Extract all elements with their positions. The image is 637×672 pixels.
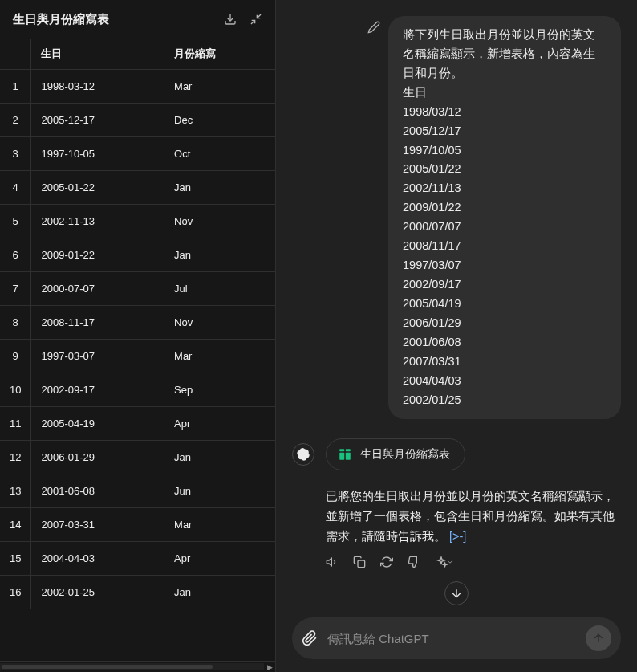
cell-month: Oct	[164, 137, 275, 171]
attach-icon[interactable]	[302, 630, 318, 646]
cell-birthday: 2005-12-17	[31, 104, 164, 137]
assistant-row: 生日與月份縮寫表 已將您的生日取出月份並以月份的英文名稱縮寫顯示，並新增了一個表…	[292, 438, 621, 573]
cell-month: Apr	[164, 542, 275, 576]
cell-birthday: 1998-03-12	[31, 70, 164, 104]
cell-birthday: 2005-04-19	[31, 407, 164, 441]
thumbs-down-icon[interactable]	[408, 556, 420, 568]
table-row[interactable]: 152004-04-03Apr	[0, 542, 275, 576]
table-row[interactable]: 132001-06-08Jun	[0, 474, 275, 508]
cell-birthday: 2004-04-03	[31, 542, 164, 576]
row-number: 4	[0, 171, 31, 205]
row-number: 5	[0, 205, 31, 238]
svg-line-1	[257, 14, 261, 18]
inline-link[interactable]: [>-]	[449, 530, 466, 543]
panel-title: 生日與月份縮寫表	[13, 12, 109, 27]
row-number: 11	[0, 407, 31, 441]
table-row[interactable]: 22005-12-17Dec	[0, 104, 275, 137]
cell-birthday: 2000-07-07	[31, 272, 164, 306]
table-row[interactable]: 72000-07-07Jul	[0, 272, 275, 306]
svg-rect-8	[358, 560, 365, 568]
col-header-month: 月份縮寫	[164, 39, 275, 70]
user-message-bubble: 將下列生日取出月份並以月份的英文名稱縮寫顯示，新增表格，內容為生日和月份。生日1…	[388, 16, 621, 419]
svg-rect-4	[346, 450, 351, 452]
scroll-down-button[interactable]	[444, 581, 469, 605]
panel-header: 生日與月份縮寫表	[0, 0, 275, 39]
row-number: 13	[0, 474, 31, 508]
row-number: 7	[0, 272, 31, 306]
svg-rect-3	[339, 450, 344, 452]
table-row[interactable]: 142007-03-31Mar	[0, 508, 275, 542]
download-icon[interactable]	[224, 13, 237, 26]
col-header-index	[0, 39, 31, 70]
table-row[interactable]: 112005-04-19Apr	[0, 407, 275, 441]
compose-bar	[292, 617, 621, 659]
svg-rect-6	[346, 453, 351, 460]
table-row[interactable]: 82008-11-17Nov	[0, 306, 275, 340]
cell-birthday: 2009-01-22	[31, 238, 164, 272]
send-button[interactable]	[586, 625, 611, 651]
table-row[interactable]: 62009-01-22Jan	[0, 238, 275, 272]
table-icon	[338, 447, 352, 462]
sparkle-icon[interactable]	[435, 556, 454, 568]
edit-icon[interactable]	[367, 21, 380, 37]
cell-birthday: 2008-11-17	[31, 306, 164, 340]
row-number: 6	[0, 238, 31, 272]
table-row[interactable]: 11998-03-12Mar	[0, 70, 275, 104]
cell-birthday: 2007-03-31	[31, 508, 164, 542]
cell-birthday: 2005-01-22	[31, 171, 164, 205]
cell-month: Jul	[164, 272, 275, 306]
table-row[interactable]: 102002-09-17Sep	[0, 373, 275, 407]
table-row[interactable]: 42005-01-22Jan	[0, 171, 275, 205]
row-number: 1	[0, 70, 31, 104]
cell-month: Jun	[164, 474, 275, 508]
table-row[interactable]: 122006-01-29Jan	[0, 441, 275, 474]
speaker-icon[interactable]	[326, 556, 339, 568]
cell-birthday: 2002-09-17	[31, 373, 164, 407]
cell-month: Jan	[164, 238, 275, 272]
row-number: 14	[0, 508, 31, 542]
table-row[interactable]: 52002-11-13Nov	[0, 205, 275, 238]
user-message-row: 將下列生日取出月份並以月份的英文名稱縮寫顯示，新增表格，內容為生日和月份。生日1…	[292, 16, 621, 419]
cell-month: Mar	[164, 70, 275, 104]
message-input[interactable]	[327, 632, 576, 646]
row-number: 3	[0, 137, 31, 171]
artifact-label: 生日與月份縮寫表	[360, 447, 450, 462]
cell-month: Nov	[164, 205, 275, 238]
svg-rect-5	[339, 453, 344, 460]
cell-month: Jan	[164, 171, 275, 205]
collapse-icon[interactable]	[250, 13, 262, 26]
table-wrapper[interactable]: 生日 月份縮寫 11998-03-12Mar22005-12-17Dec3199…	[0, 39, 275, 661]
chat-scroll[interactable]: 將下列生日取出月份並以月份的英文名稱縮寫顯示，新增表格，內容為生日和月份。生日1…	[276, 0, 637, 608]
cell-month: Sep	[164, 373, 275, 407]
cell-birthday: 2002-11-13	[31, 205, 164, 238]
horizontal-scrollbar[interactable]: ▶	[0, 661, 275, 672]
assistant-avatar-icon	[292, 443, 314, 466]
cell-birthday: 1997-10-05	[31, 137, 164, 171]
col-header-birthday: 生日	[31, 39, 164, 70]
row-number: 16	[0, 576, 31, 609]
cell-birthday: 2006-01-29	[31, 441, 164, 474]
table-row[interactable]: 91997-03-07Mar	[0, 340, 275, 373]
cell-month: Mar	[164, 340, 275, 373]
cell-birthday: 2002-01-25	[31, 576, 164, 609]
chat-panel: 將下列生日取出月份並以月份的英文名稱縮寫顯示，新增表格，內容為生日和月份。生日1…	[276, 0, 637, 672]
cell-month: Apr	[164, 407, 275, 441]
row-number: 2	[0, 104, 31, 137]
compose-area	[276, 608, 637, 672]
copy-icon[interactable]	[353, 556, 366, 568]
svg-marker-7	[327, 559, 331, 566]
artifact-chip[interactable]: 生日與月份縮寫表	[326, 438, 465, 470]
message-actions	[326, 556, 621, 568]
table-row[interactable]: 162002-01-25Jan	[0, 576, 275, 609]
table-row[interactable]: 31997-10-05Oct	[0, 137, 275, 171]
row-number: 10	[0, 373, 31, 407]
cell-birthday: 2001-06-08	[31, 474, 164, 508]
cell-month: Nov	[164, 306, 275, 340]
regenerate-icon[interactable]	[380, 556, 393, 568]
row-number: 15	[0, 542, 31, 576]
cell-birthday: 1997-03-07	[31, 340, 164, 373]
cell-month: Mar	[164, 508, 275, 542]
cell-month: Jan	[164, 576, 275, 609]
assistant-content: 生日與月份縮寫表 已將您的生日取出月份並以月份的英文名稱縮寫顯示，並新增了一個表…	[326, 438, 621, 573]
table-panel: 生日與月份縮寫表 生日 月份縮寫 11998-03-12Mar22005-12-…	[0, 0, 276, 672]
